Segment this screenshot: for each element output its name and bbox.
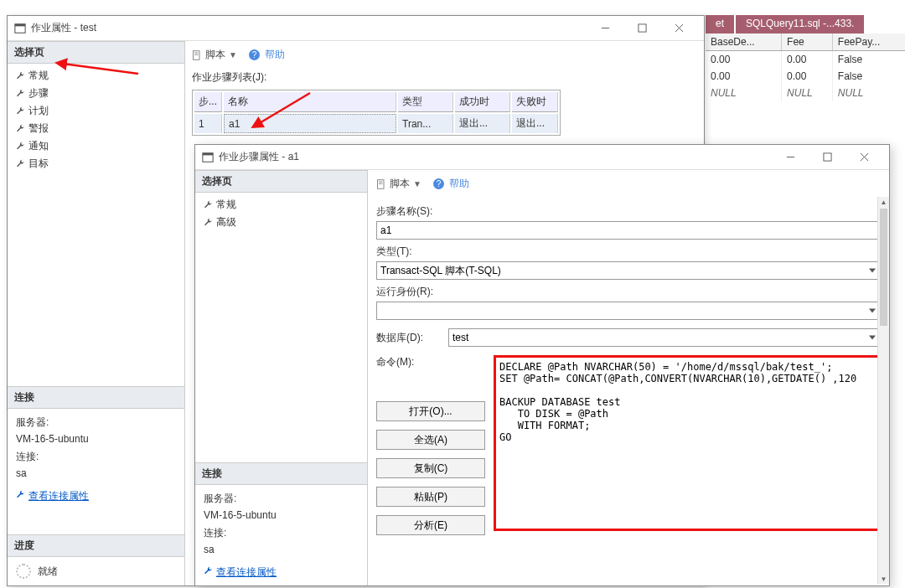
svg-rect-12 bbox=[203, 152, 213, 155]
open-button[interactable]: 打开(O)... bbox=[376, 401, 485, 421]
window-icon bbox=[14, 23, 26, 34]
scroll-up-icon[interactable]: ▲ bbox=[878, 197, 889, 207]
table-row[interactable]: 1 a1 Tran... 退出... 退出... bbox=[194, 114, 558, 133]
maximize-button[interactable] bbox=[809, 145, 846, 169]
database-select[interactable] bbox=[448, 328, 881, 347]
help-icon: ? bbox=[433, 178, 444, 189]
help-icon: ? bbox=[249, 49, 260, 60]
paste-button[interactable]: 粘贴(P) bbox=[376, 487, 485, 507]
select-all-button[interactable]: 全选(A) bbox=[376, 430, 485, 450]
win1-title: 作业属性 - test bbox=[31, 21, 587, 35]
sidebar-item-targets[interactable]: 目标 bbox=[13, 155, 179, 173]
sidebar-item-steps[interactable]: 步骤 bbox=[13, 85, 179, 102]
sidebar-item-alerts[interactable]: 警报 bbox=[13, 120, 179, 137]
minimize-button[interactable] bbox=[772, 145, 809, 169]
win1-sidebar: 选择页 常规 步骤 计划 警报 通知 目标 连接 服务器: VM-16-5-ub… bbox=[8, 41, 185, 585]
col-fee: Fee bbox=[782, 34, 833, 51]
sidebar-item-notifications[interactable]: 通知 bbox=[13, 137, 179, 155]
parse-button[interactable]: 分析(E) bbox=[376, 515, 485, 535]
command-label: 命令(M): bbox=[376, 355, 485, 369]
wrench-icon bbox=[16, 71, 25, 80]
wrench-icon bbox=[16, 487, 25, 504]
win2-titlebar[interactable]: 作业步骤属性 - a1 bbox=[195, 145, 889, 170]
wrench-icon bbox=[204, 218, 213, 227]
svg-rect-1 bbox=[15, 23, 25, 26]
connection-label: 连接: bbox=[204, 524, 359, 541]
sidebar-item-general[interactable]: 常规 bbox=[13, 67, 179, 85]
wrench-icon bbox=[16, 89, 25, 98]
step-list-label: 作业步骤列表(J): bbox=[192, 65, 697, 90]
script-icon bbox=[192, 50, 202, 60]
runas-label: 运行身份(R): bbox=[376, 285, 881, 299]
minimize-button[interactable] bbox=[587, 16, 623, 40]
ready-status: 就绪 bbox=[38, 565, 58, 579]
connection-value: sa bbox=[16, 465, 176, 482]
toolbar-script[interactable]: 脚本 bbox=[205, 48, 225, 62]
svg-rect-14 bbox=[823, 153, 830, 161]
tab-et[interactable]: et bbox=[706, 15, 734, 34]
window-icon bbox=[202, 152, 214, 163]
svg-rect-6 bbox=[194, 50, 200, 59]
scrollbar-thumb[interactable] bbox=[880, 209, 887, 326]
connection-header: 连接 bbox=[195, 462, 367, 485]
toolbar-help[interactable]: 帮助 bbox=[449, 177, 469, 191]
sidebar-item-advanced[interactable]: 高级 bbox=[200, 214, 362, 231]
step-properties-window: 作业步骤属性 - a1 选择页 常规 高级 连接 服务器: VM-16-5-ub… bbox=[194, 144, 890, 586]
tab-sqlquery[interactable]: SQLQuery11.sql -...433. bbox=[736, 15, 864, 34]
command-textarea[interactable] bbox=[494, 355, 881, 531]
toolbar-script[interactable]: 脚本 bbox=[390, 177, 410, 191]
server-value: VM-16-5-ubuntu bbox=[204, 507, 359, 524]
col-basede: BaseDe... bbox=[706, 34, 782, 51]
scroll-down-icon[interactable]: ▼ bbox=[878, 574, 889, 584]
select-page-header: 选择页 bbox=[8, 41, 184, 64]
sidebar-item-general[interactable]: 常规 bbox=[200, 196, 362, 214]
svg-rect-17 bbox=[378, 179, 385, 188]
step-name-label: 步骤名称(S): bbox=[376, 204, 881, 219]
scrollbar[interactable]: ▲ ▼ bbox=[877, 197, 889, 584]
spinner-icon bbox=[16, 564, 31, 579]
wrench-icon bbox=[204, 200, 213, 209]
win1-titlebar[interactable]: 作业属性 - test bbox=[8, 16, 704, 41]
view-connection-properties-link[interactable]: 查看连接属性 bbox=[16, 487, 89, 504]
script-icon bbox=[376, 179, 386, 189]
close-button[interactable] bbox=[660, 16, 697, 40]
chevron-down-icon[interactable]: ▼ bbox=[413, 179, 421, 188]
svg-rect-3 bbox=[638, 24, 645, 32]
wrench-icon bbox=[16, 159, 25, 168]
wrench-icon bbox=[204, 564, 213, 580]
type-label: 类型(T): bbox=[376, 245, 881, 259]
win2-sidebar: 选择页 常规 高级 连接 服务器: VM-16-5-ubuntu 连接: sa … bbox=[195, 170, 368, 585]
connection-value: sa bbox=[204, 541, 359, 558]
server-value: VM-16-5-ubuntu bbox=[16, 431, 176, 447]
runas-select[interactable] bbox=[376, 302, 881, 320]
win2-title: 作业步骤属性 - a1 bbox=[219, 150, 772, 164]
maximize-button[interactable] bbox=[623, 16, 660, 40]
connection-header: 连接 bbox=[8, 386, 184, 409]
close-button[interactable] bbox=[846, 145, 882, 169]
step-name-input[interactable] bbox=[376, 221, 881, 240]
toolbar-help[interactable]: 帮助 bbox=[265, 48, 285, 62]
wrench-icon bbox=[16, 142, 25, 151]
sidebar-item-schedules[interactable]: 计划 bbox=[13, 102, 179, 120]
wrench-icon bbox=[16, 106, 25, 116]
background-results-table: BaseDe... Fee FeePay... 0.000.00False 0.… bbox=[706, 34, 905, 101]
server-label: 服务器: bbox=[16, 414, 176, 431]
type-select[interactable] bbox=[376, 261, 881, 280]
copy-button[interactable]: 复制(C) bbox=[376, 458, 485, 478]
step-list-table[interactable]: 步... 名称 类型 成功时 失败时 1 a1 Tran... 退出... 退出… bbox=[192, 90, 561, 136]
connection-label: 连接: bbox=[16, 448, 176, 465]
server-label: 服务器: bbox=[204, 490, 359, 507]
progress-header: 进度 bbox=[8, 534, 184, 557]
col-feepay: FeePay... bbox=[832, 34, 905, 51]
select-page-header: 选择页 bbox=[195, 170, 367, 193]
chevron-down-icon[interactable]: ▼ bbox=[229, 50, 237, 59]
wrench-icon bbox=[16, 124, 25, 133]
view-connection-properties-link[interactable]: 查看连接属性 bbox=[204, 564, 277, 580]
database-label: 数据库(D): bbox=[376, 331, 423, 345]
